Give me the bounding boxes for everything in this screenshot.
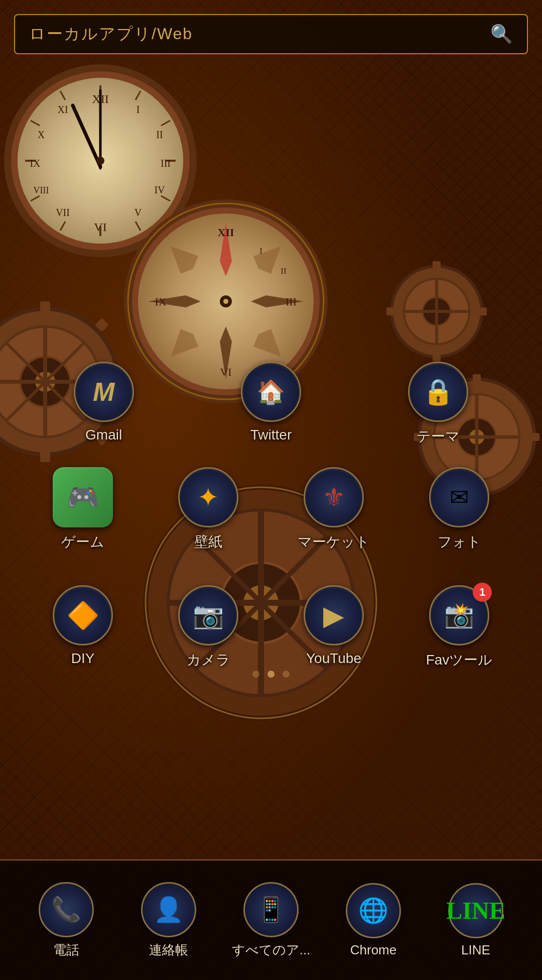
line-label: LINE [461, 942, 490, 958]
twitter-icon[interactable]: 🏠 [241, 362, 301, 422]
gmail-label: Gmail [85, 427, 122, 443]
phone-label: 電話 [53, 941, 79, 959]
diy-icon[interactable]: 🔶 [53, 585, 113, 645]
contacts-label: 連絡帳 [149, 941, 188, 959]
dock-item-line[interactable]: LINE LINE [436, 883, 516, 958]
favtool-badge: 1 [473, 583, 492, 602]
app-item-gmail[interactable]: M Gmail [59, 362, 149, 443]
page-dot-2[interactable] [283, 671, 290, 678]
dock: 📞 電話 👤 連絡帳 📱 すべてのア... 🌐 Chrome LINE LINE [0, 859, 542, 980]
app-item-wallpaper[interactable]: ✦ 壁紙 [163, 467, 253, 552]
market-icon[interactable]: ⚜ [304, 467, 364, 527]
twitter-label: Twitter [250, 427, 292, 443]
phone-icon[interactable]: 📞 [39, 882, 94, 937]
theme-label: テーマ [417, 427, 460, 446]
app-item-photo[interactable]: ✉ フォト [414, 467, 504, 552]
app-row-2: 🎮 ゲーム ✦ 壁紙 ⚜ マーケット ✉ フォト [0, 467, 542, 552]
app-item-game[interactable]: 🎮 ゲーム [38, 467, 128, 552]
camera-label: カメラ [187, 650, 230, 670]
dock-item-allapps[interactable]: 📱 すべてのア... [231, 882, 311, 959]
app-item-diy[interactable]: 🔶 DIY [38, 585, 128, 667]
wallpaper-icon[interactable]: ✦ [178, 467, 238, 527]
dock-item-chrome[interactable]: 🌐 Chrome [333, 883, 414, 958]
app-item-market[interactable]: ⚜ マーケット [289, 467, 379, 552]
app-item-twitter[interactable]: 🏠 Twitter [226, 362, 316, 443]
dock-item-contacts[interactable]: 👤 連絡帳 [128, 882, 209, 959]
dock-item-phone[interactable]: 📞 電話 [26, 882, 106, 959]
chrome-icon[interactable]: 🌐 [346, 883, 401, 938]
contacts-icon[interactable]: 👤 [141, 882, 196, 937]
search-bar[interactable]: ローカルアプリ/Web 🔍 [14, 14, 528, 54]
favtool-label: Favツール [426, 650, 493, 670]
photo-icon[interactable]: ✉ [429, 467, 489, 527]
game-label: ゲーム [61, 532, 104, 552]
chrome-label: Chrome [350, 942, 396, 958]
youtube-label: YouTube [306, 650, 361, 667]
market-label: マーケット [298, 532, 370, 552]
theme-icon[interactable]: 🔒 [408, 362, 468, 422]
allapps-label: すべてのア... [232, 941, 311, 959]
app-row-3: 🔶 DIY 📷 カメラ ▶ YouTube 📸 1 Favツール [0, 585, 542, 670]
camera-icon[interactable]: 📷 [178, 585, 238, 645]
app-item-youtube[interactable]: ▶ YouTube [289, 585, 379, 667]
search-icon[interactable]: 🔍 [490, 24, 513, 45]
page-dot-1[interactable] [267, 671, 275, 678]
app-item-camera[interactable]: 📷 カメラ [163, 585, 253, 670]
app-row-1: M Gmail 🏠 Twitter 🔒 テーマ [0, 362, 542, 446]
diy-label: DIY [71, 650, 95, 667]
photo-label: フォト [438, 532, 481, 552]
search-text: ローカルアプリ/Web [29, 23, 490, 45]
wallpaper-label: 壁紙 [194, 532, 222, 552]
game-icon[interactable]: 🎮 [53, 467, 113, 527]
favtool-icon[interactable]: 📸 1 [429, 585, 489, 645]
youtube-icon[interactable]: ▶ [304, 585, 364, 645]
gmail-icon[interactable]: M [74, 362, 134, 422]
allapps-icon[interactable]: 📱 [243, 882, 299, 937]
line-icon[interactable]: LINE [448, 883, 503, 938]
app-item-favtool[interactable]: 📸 1 Favツール [414, 585, 504, 670]
app-item-theme[interactable]: 🔒 テーマ [393, 362, 483, 446]
page-dot-0[interactable] [252, 671, 259, 678]
page-dots [0, 671, 542, 678]
